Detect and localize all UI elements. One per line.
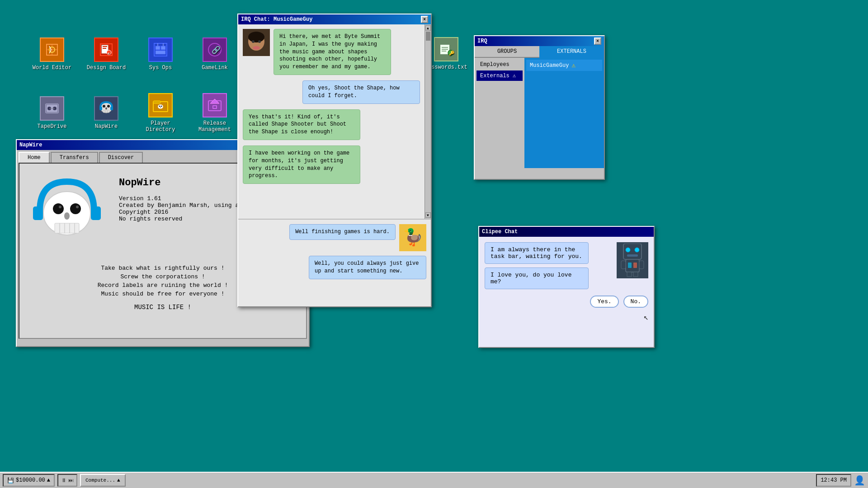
irq-tab-externals[interactable]: EXTERNALS: [539, 46, 604, 58]
chat-message-0: Hi there, we met at Byte Summit in Japan…: [243, 29, 420, 75]
taskbar-compute-item[interactable]: Compute... ▲: [80, 474, 126, 487]
svg-rect-6: [103, 46, 107, 47]
svg-point-67: [252, 40, 255, 43]
svg-point-72: [626, 248, 630, 252]
svg-point-25: [107, 105, 110, 108]
desktop-icon-release-management[interactable]: Release Management: [190, 86, 240, 140]
napwire-tab-transfers[interactable]: Transfers: [51, 152, 98, 163]
irq-chat-close-button[interactable]: ×: [421, 16, 428, 23]
svg-rect-11: [156, 46, 160, 50]
gamelink-icon: 🔗: [203, 38, 227, 62]
svg-point-55: [70, 203, 81, 214]
taskbar-media: ⏸ ⏭: [57, 474, 77, 487]
napwire-tab-home[interactable]: Home: [19, 152, 50, 163]
svg-rect-7: [103, 48, 106, 49]
svg-point-24: [103, 105, 105, 108]
money-arrow[interactable]: ▲: [47, 477, 50, 483]
napwire-skull-logo: [28, 173, 105, 249]
taskbar-user-icon[interactable]: 👤: [854, 475, 865, 486]
chat-messages-scroll: Hi there, we met at Byte Summit in Japan…: [238, 24, 425, 219]
irq-chat-window: IRQ Chat: MusicGameGuy ×: [237, 14, 432, 307]
clipee-buttons: Yes. No.: [485, 296, 648, 308]
sys-ops-icon: [148, 38, 173, 62]
irq-users-list: MusicGameGuy ⚠: [524, 58, 604, 168]
desktop-icon-design-board[interactable]: ★ Design Board: [81, 27, 131, 81]
desktop-icon-sys-ops[interactable]: Sys Ops: [136, 27, 185, 81]
media-pause-button[interactable]: ⏸: [61, 477, 66, 484]
irq-panel-titlebar: IRQ ×: [475, 36, 604, 46]
world-editor-icon: [40, 38, 64, 62]
clock-time: 12:43 PM: [821, 477, 847, 483]
desktop-icon-world-editor[interactable]: World Editor: [27, 27, 77, 81]
irq-user-musicgameguy[interactable]: MusicGameGuy ⚠: [526, 60, 602, 71]
chat-bottom-bubble-0: Well finishing games is hard.: [289, 224, 396, 240]
money-disk-icon: 💾: [7, 477, 14, 484]
irq-panel-close-button[interactable]: ×: [594, 38, 601, 45]
chat-message-3: I have been working on the game for mont…: [243, 145, 420, 184]
clipee-no-button[interactable]: No.: [623, 296, 648, 308]
chat-scrollbar[interactable]: ▲ ▼: [425, 24, 431, 219]
desktop-icon-player-directory[interactable]: Player Directory: [136, 86, 185, 140]
svg-rect-74: [627, 254, 638, 257]
chat-message-2: Yes that's it! Kind of, it's called Shap…: [243, 109, 420, 140]
svg-rect-28: [105, 110, 107, 113]
irq-panel-body: GROUPS EXTERNALS Employees Externals ⚠ M…: [475, 46, 604, 179]
irq-panel: IRQ × GROUPS EXTERNALS Employees Externa…: [474, 35, 605, 180]
irq-panel-split: Employees Externals ⚠ MusicGameGuy ⚠: [475, 58, 604, 168]
taskbar-clock: 12:43 PM: [816, 474, 851, 487]
svg-rect-78: [627, 272, 632, 277]
svg-point-38: [160, 107, 161, 108]
scroll-up-arrow[interactable]: ▲: [425, 25, 431, 31]
design-board-label: Design Board: [87, 65, 126, 71]
scroll-thumb[interactable]: [426, 32, 430, 41]
svg-point-36: [159, 106, 160, 107]
clipee-avatar: [617, 242, 648, 278]
svg-rect-42: [213, 106, 216, 108]
scroll-down-arrow[interactable]: ▼: [425, 212, 431, 218]
svg-rect-77: [639, 261, 644, 269]
compute-arrow: ▲: [117, 478, 120, 483]
svg-point-68: [258, 40, 261, 43]
tapedrive-label: TapeDrive: [38, 123, 67, 130]
desktop-icon-tapedrive[interactable]: TapeDrive: [27, 86, 77, 140]
napwire-top-section: NopWire Version 1.61 Created by Benjamin…: [28, 173, 267, 249]
svg-rect-59: [55, 223, 79, 233]
chat-bubble-3: I have been working on the game for mont…: [243, 145, 360, 184]
chat-bottom-message-0: 🦆 Well finishing games is hard.: [243, 224, 426, 251]
chat-bubble-2: Yes that's it! Kind of, it's called Shap…: [243, 109, 360, 140]
clipee-titlebar: Clipee Chat: [479, 227, 654, 237]
irq-user-label: MusicGameGuy: [530, 62, 569, 69]
svg-text:🔗: 🔗: [212, 46, 221, 55]
irq-chat-titlebar: IRQ Chat: MusicGameGuy ×: [238, 14, 431, 24]
svg-point-56: [59, 206, 61, 208]
money-amount: $10000.00: [16, 477, 45, 483]
svg-point-35: [158, 104, 163, 109]
svg-rect-27: [103, 110, 105, 113]
chat-avatar-0: [243, 29, 270, 56]
chat-messages-area: Hi there, we met at Byte Summit in Japan…: [238, 24, 431, 219]
napwire-label: NapWire: [95, 123, 118, 130]
passwords-icon: 🔑: [434, 37, 458, 61]
clipee-yes-button[interactable]: Yes.: [590, 296, 618, 308]
duck-avatar: 🦆: [399, 224, 426, 251]
chat-message-1: Oh yes, Shoot the Shape, how could I for…: [243, 80, 420, 104]
svg-rect-75: [626, 259, 639, 272]
compute-label: Compute...: [85, 478, 115, 483]
napwire-tab-discover[interactable]: Discover: [99, 152, 143, 163]
irq-tab-groups[interactable]: GROUPS: [475, 46, 539, 58]
svg-rect-29: [108, 110, 109, 113]
desktop-icon-napwire[interactable]: NapWire: [81, 86, 131, 140]
tapedrive-icon: [40, 96, 64, 121]
sys-ops-label: Sys Ops: [149, 65, 172, 71]
desktop-icon-gamelink[interactable]: 🔗 GameLink: [190, 27, 240, 81]
irq-group-employees[interactable]: Employees: [476, 60, 523, 70]
irq-group-externals[interactable]: Externals ⚠: [476, 70, 523, 81]
svg-rect-13: [156, 51, 165, 54]
svg-rect-81: [633, 263, 637, 268]
clipee-message-0: I am always there in the task bar, waiti…: [485, 242, 589, 264]
irq-groups-list: Employees Externals ⚠: [475, 58, 524, 168]
media-next-button[interactable]: ⏭: [68, 477, 74, 484]
design-board-icon: ★: [94, 38, 118, 62]
chat-bottom-bubble-1: Well, you could always just give up and …: [309, 256, 426, 279]
clipee-row-messages: I am always there in the task bar, waiti…: [485, 242, 648, 289]
